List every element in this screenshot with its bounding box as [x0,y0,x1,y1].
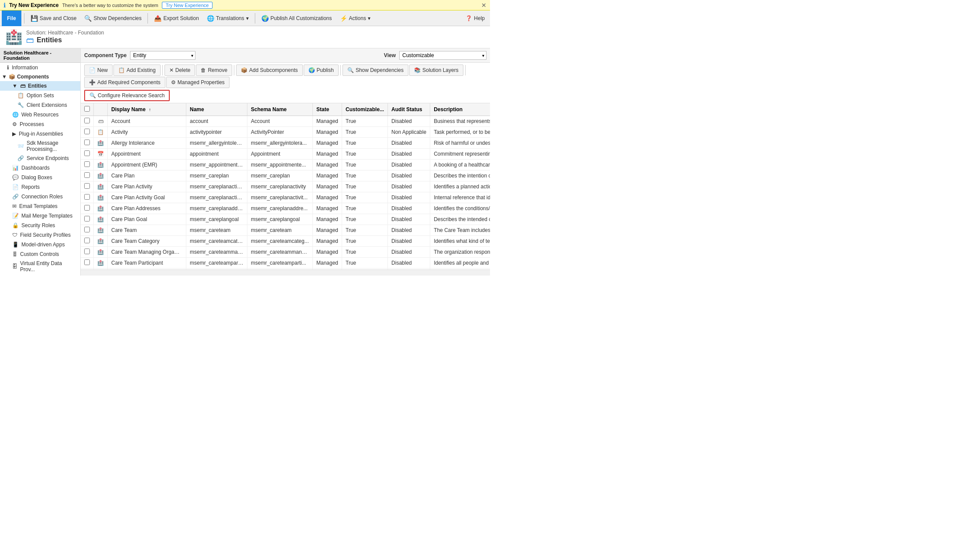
publish-button[interactable]: 🌍 Publish [304,65,339,76]
sidebar-item-service-endpoints[interactable]: 🔗 Service Endpoints [0,153,80,163]
configure-relevance-button[interactable]: 🔍 Configure Relevance Search [84,90,170,101]
table-row[interactable]: 🏥 Care Team Participant msemr_careteampa… [81,258,490,269]
table-row[interactable]: 📋 Activity activitypointer ActivityPoint… [81,127,490,138]
table-row[interactable]: 🏥 Care Team Managing Organiza... msemr_c… [81,247,490,258]
row-checkbox-10[interactable] [81,225,94,236]
table-row[interactable]: 🗃 Account account Account Managed True D… [81,116,490,127]
actions-button[interactable]: ⚡ Actions ▾ [336,12,374,25]
component-type-select[interactable]: Entity [130,51,195,60]
row-checkbox-12[interactable] [81,247,94,258]
row-display-name-7[interactable]: Care Plan Activity Goal [108,192,186,203]
header-name[interactable]: Name [186,103,247,116]
view-select[interactable]: Customizable [399,51,487,60]
sidebar-item-sdk-message[interactable]: 📨 Sdk Message Processing... [0,139,80,153]
sidebar-item-web-resources[interactable]: 🌐 Web Resources [0,110,80,119]
row-check-12[interactable] [84,249,90,254]
row-checkbox-9[interactable] [81,214,94,225]
row-checkbox-4[interactable] [81,160,94,170]
sidebar-item-client-extensions[interactable]: 🔧 Client Extensions [0,100,80,110]
table-row[interactable]: 📅 Appointment appointment Appointment Ma… [81,149,490,160]
row-display-name-2[interactable]: Allergy Intolerance [108,138,186,149]
save-close-button[interactable]: 💾 Save and Close [27,12,80,25]
sidebar-item-model-apps[interactable]: 📱 Model-driven Apps [0,240,80,249]
delete-button[interactable]: ✕ Delete [164,65,195,76]
row-checkbox-7[interactable] [81,192,94,203]
row-display-name-5[interactable]: Care Plan [108,170,186,181]
sidebar-item-dialog-boxes[interactable]: 💬 Dialog Boxes [0,173,80,182]
row-check-8[interactable] [84,205,90,211]
try-new-experience-button[interactable]: Try New Experience [162,2,213,9]
remove-button[interactable]: 🗑 Remove [196,65,232,76]
row-checkbox-0[interactable] [81,116,94,127]
export-solution-button[interactable]: 📤 Export Solution [151,12,202,25]
header-checkbox[interactable] [81,103,94,116]
row-checkbox-8[interactable] [81,203,94,214]
table-row[interactable]: 🏥 Allergy Intolerance msemr_allergyintol… [81,138,490,149]
select-all-checkbox[interactable] [84,106,90,112]
row-check-2[interactable] [84,140,90,145]
row-check-5[interactable] [84,172,90,178]
row-display-name-9[interactable]: Care Plan Goal [108,214,186,225]
header-customizable[interactable]: Customizable... [342,103,388,116]
header-display-name[interactable]: Display Name ↑ [108,103,186,116]
row-display-name-1[interactable]: Activity [108,127,186,138]
add-existing-button[interactable]: 📋 Add Existing [113,65,161,76]
row-display-name-11[interactable]: Care Team Category [108,236,186,247]
row-check-13[interactable] [84,259,90,265]
row-checkbox-13[interactable] [81,258,94,269]
row-check-1[interactable] [84,129,90,134]
table-row[interactable]: 🏥 Care Plan Activity msemr_careplanactiv… [81,181,490,192]
sidebar-item-custom-controls[interactable]: 🎛 Custom Controls [0,249,80,259]
sidebar-item-dashboards[interactable]: 📊 Dashboards [0,163,80,173]
add-required-button[interactable]: ➕ Add Required Components [84,77,165,88]
row-display-name-13[interactable]: Care Team Participant [108,258,186,269]
row-display-name-3[interactable]: Appointment [108,149,186,160]
row-checkbox-1[interactable] [81,127,94,138]
table-row[interactable]: 🏥 Care Plan Addresses msemr_careplanaddr… [81,203,490,214]
row-check-11[interactable] [84,238,90,243]
publish-all-button[interactable]: 🌍 Publish All Customizations [258,12,336,25]
row-check-4[interactable] [84,161,90,167]
banner-close-icon[interactable]: ✕ [481,2,487,9]
sidebar-item-mail-merge[interactable]: 📝 Mail Merge Templates [0,211,80,221]
sidebar-item-entities[interactable]: ▼ 🗃 Entities [0,81,80,91]
sidebar-item-virtual-entity-prov[interactable]: 🗄 Virtual Entity Data Prov... [0,259,80,274]
header-schema-name[interactable]: Schema Name [247,103,313,116]
add-subcomponents-button[interactable]: 📦 Add Subcomponents [236,65,302,76]
managed-props-button[interactable]: ⚙ Managed Properties [166,77,230,88]
header-description[interactable]: Description [430,103,490,116]
row-checkbox-2[interactable] [81,138,94,149]
sidebar-item-security-roles[interactable]: 🔒 Security Roles [0,221,80,230]
sidebar-item-processes[interactable]: ⚙ Processes [0,119,80,129]
translations-button[interactable]: 🌐 Translations ▾ [203,12,252,25]
row-display-name-12[interactable]: Care Team Managing Organiza... [108,247,186,258]
solution-layers-button[interactable]: 📚 Solution Layers [409,65,463,76]
sidebar-item-components[interactable]: ▼ 📦 Components [0,72,80,81]
table-row[interactable]: 🏥 Appointment (EMR) msemr_appointmente..… [81,160,490,170]
row-checkbox-3[interactable] [81,149,94,160]
row-check-9[interactable] [84,216,90,221]
row-checkbox-6[interactable] [81,181,94,192]
component-type-select-wrapper[interactable]: Entity [130,51,195,60]
file-button[interactable]: File [2,10,21,26]
sidebar-item-field-security[interactable]: 🛡 Field Security Profiles [0,230,80,240]
sidebar-item-email-templates[interactable]: ✉ Email Templates [0,201,80,211]
header-audit-status[interactable]: Audit Status [388,103,430,116]
table-row[interactable]: 🏥 Care Plan Activity Goal msemr_careplan… [81,192,490,203]
row-check-7[interactable] [84,194,90,200]
row-checkbox-11[interactable] [81,236,94,247]
help-button[interactable]: ❓ Help [462,14,488,23]
row-check-0[interactable] [84,118,90,123]
sidebar-item-information[interactable]: ℹ Information [0,63,80,72]
sidebar-item-option-sets[interactable]: 📋 Option Sets [0,91,80,100]
sidebar-item-connection-roles[interactable]: 🔗 Connection Roles [0,192,80,201]
view-select-wrapper[interactable]: Customizable [399,51,487,60]
row-check-3[interactable] [84,150,90,156]
sidebar-item-virtual-entity-src[interactable]: 🗄 Virtual Entity Data Sour... [0,274,80,276]
row-check-6[interactable] [84,183,90,189]
table-row[interactable]: 🏥 Care Plan msemr_careplan msemr_carepla… [81,170,490,181]
row-checkbox-5[interactable] [81,170,94,181]
table-row[interactable]: 🏥 Care Team Category msemr_careteamcateg… [81,236,490,247]
row-check-10[interactable] [84,227,90,232]
row-display-name-6[interactable]: Care Plan Activity [108,181,186,192]
